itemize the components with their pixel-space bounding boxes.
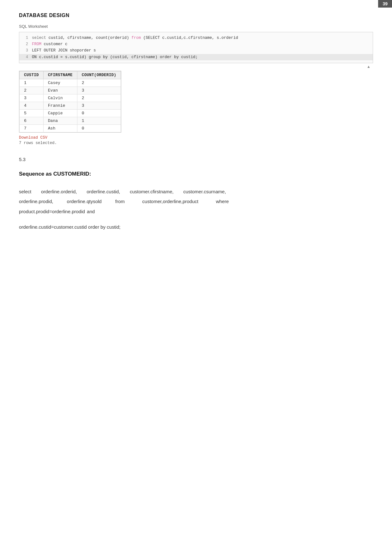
- table-cell: Dana: [43, 117, 77, 124]
- table-row: 5Cappie0: [20, 109, 121, 117]
- table-row: 4Frannie3: [20, 102, 121, 109]
- table-row: 3Calvin2: [20, 94, 121, 102]
- table-cell: Frannie: [43, 102, 77, 109]
- para1-word-select: select: [19, 189, 31, 194]
- col-header-custid: CUSTID: [20, 71, 44, 79]
- table-cell: 2: [77, 79, 121, 87]
- section-number: 5.3: [19, 157, 373, 162]
- code-text-3: LEFT OUTER JOIN shoporder s: [32, 47, 96, 54]
- line-number-2: 2: [22, 41, 28, 47]
- rows-selected-text: 7 rows selected.: [19, 141, 373, 145]
- table-cell: 3: [20, 94, 44, 102]
- table-cell: Calvin: [43, 94, 77, 102]
- table-cell: 0: [77, 124, 121, 132]
- code-text-2: FROM customer c: [32, 41, 68, 47]
- code-line-4: 4 ON c.custid = s.custid) group by (cust…: [19, 54, 373, 60]
- para1-word-qtysold: orderline.qtysold: [67, 199, 102, 204]
- table-cell: 1: [20, 79, 44, 87]
- code-line-1: 1 select custid, cfirstname, count(order…: [19, 35, 373, 41]
- table-cell: Cappie: [43, 109, 77, 117]
- para1-word-prodid: orderline.prodid,: [19, 199, 53, 204]
- col-header-count: COUNT(ORDERID): [77, 71, 121, 79]
- table-cell: 4: [20, 102, 44, 109]
- para1-word-tables: customer,orderline,product: [142, 199, 198, 204]
- table-cell: 7: [20, 124, 44, 132]
- line-number-4: 4: [22, 54, 28, 60]
- paragraph-2: orderline.custid=customer.custid order b…: [19, 222, 373, 232]
- table-row: 7Ash0: [20, 124, 121, 132]
- line-number-1: 1: [22, 35, 28, 41]
- para1-word-orderid: orderline.orderid,: [41, 189, 77, 194]
- section-title: DATABASE DESIGN: [19, 13, 373, 18]
- table-cell: 3: [77, 102, 121, 109]
- para1-word-condition: product.prodid=orderline.prodid and: [19, 209, 95, 214]
- table-cell: 3: [77, 87, 121, 94]
- table-cell: 1: [77, 117, 121, 124]
- table-row: 6Dana1: [20, 117, 121, 124]
- scroll-indicator: ▲: [19, 64, 373, 69]
- para1-word-where: where: [216, 199, 229, 204]
- table-row: 2Evan3: [20, 87, 121, 94]
- para1-word-from: from: [115, 199, 125, 204]
- table-cell: 5: [20, 109, 44, 117]
- table-cell: Casey: [43, 79, 77, 87]
- table-cell: Evan: [43, 87, 77, 94]
- results-table-wrap: CUSTID CFIRSTNAME COUNT(ORDERID) 1Casey2…: [19, 71, 121, 133]
- code-text-1: select custid, cfirstname, count(orderid…: [32, 35, 238, 41]
- code-block: 1 select custid, cfirstname, count(order…: [19, 32, 373, 63]
- sql-worksheet-label: SQL Worksheet: [19, 24, 373, 29]
- table-cell: 6: [20, 117, 44, 124]
- download-csv-link[interactable]: Download CSV: [19, 135, 47, 140]
- paragraph-1: select orderline.orderid, orderline.cust…: [19, 187, 373, 217]
- code-line-2: 2 FROM customer c: [19, 41, 373, 47]
- para1-word-custid: orderline.custid,: [87, 189, 120, 194]
- table-cell: 0: [77, 109, 121, 117]
- para1-word-csurname: customer.csurname,: [183, 189, 226, 194]
- table-header-row: CUSTID CFIRSTNAME COUNT(ORDERID): [20, 71, 121, 79]
- table-row: 1Casey2: [20, 79, 121, 87]
- page-number: 39: [378, 0, 392, 8]
- table-cell: 2: [77, 94, 121, 102]
- line-number-3: 3: [22, 48, 28, 54]
- col-header-cfirstname: CFIRSTNAME: [43, 71, 77, 79]
- table-cell: 2: [20, 87, 44, 94]
- code-text-4: ON c.custid = s.custid) group by (custid…: [32, 54, 198, 60]
- results-table: CUSTID CFIRSTNAME COUNT(ORDERID) 1Casey2…: [19, 71, 121, 132]
- para1-word-cfirstname: customer.cfirstname,: [130, 189, 173, 194]
- sequence-heading: Sequence as CUSTOMERID:: [19, 171, 373, 177]
- code-line-3: 3 LEFT OUTER JOIN shoporder s: [19, 47, 373, 54]
- table-cell: Ash: [43, 124, 77, 132]
